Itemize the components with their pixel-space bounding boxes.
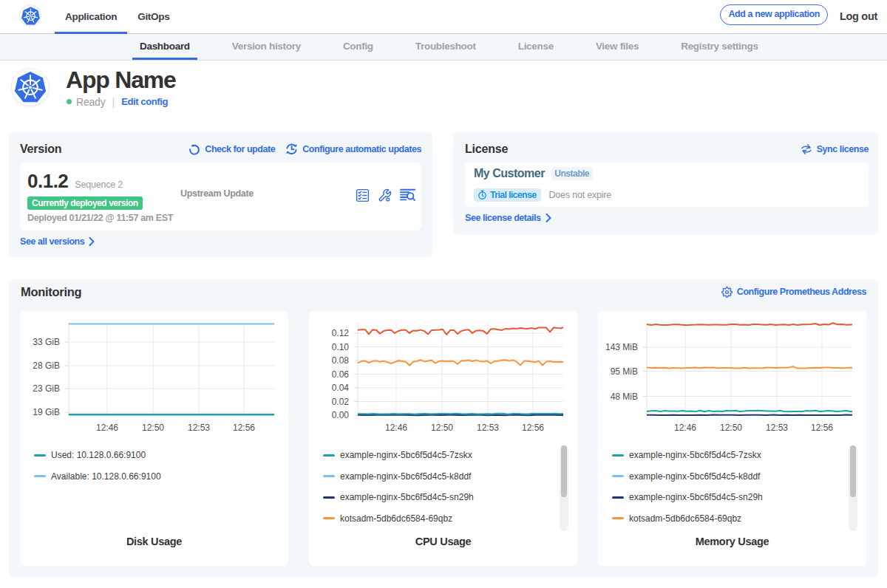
svg-text:0.12: 0.12 (332, 328, 350, 338)
svg-text:12:50: 12:50 (431, 423, 453, 433)
svg-text:0.00: 0.00 (332, 410, 350, 420)
svg-text:12:53: 12:53 (188, 423, 210, 433)
svg-text:12:56: 12:56 (233, 423, 255, 433)
svg-text:0.02: 0.02 (332, 397, 350, 407)
svg-text:12:53: 12:53 (477, 423, 499, 433)
svg-text:95 MiB: 95 MiB (611, 366, 638, 377)
svg-text:12:46: 12:46 (96, 423, 118, 433)
svg-text:12:56: 12:56 (522, 423, 544, 433)
svg-text:0.04: 0.04 (332, 383, 350, 393)
svg-text:12:53: 12:53 (766, 423, 788, 433)
svg-text:19 GiB: 19 GiB (33, 407, 60, 417)
svg-text:33 GiB: 33 GiB (33, 337, 60, 347)
svg-text:0.08: 0.08 (332, 355, 350, 366)
svg-text:48 MiB: 48 MiB (611, 392, 638, 402)
svg-text:12:56: 12:56 (811, 423, 833, 433)
svg-text:0.06: 0.06 (332, 369, 350, 380)
svg-text:12:46: 12:46 (674, 423, 696, 433)
svg-text:28 GiB: 28 GiB (33, 360, 60, 371)
svg-text:12:46: 12:46 (385, 423, 407, 433)
svg-text:12:50: 12:50 (720, 423, 742, 433)
svg-text:143 MiB: 143 MiB (605, 342, 638, 352)
svg-text:0.10: 0.10 (332, 342, 350, 352)
svg-text:12:50: 12:50 (142, 423, 164, 433)
svg-text:23 GiB: 23 GiB (33, 383, 60, 394)
